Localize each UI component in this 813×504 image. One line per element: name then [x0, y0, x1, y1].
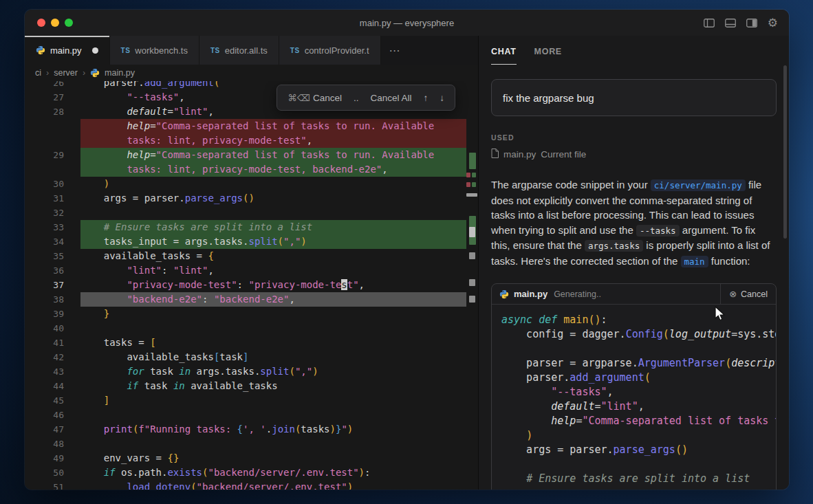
used-file-chip[interactable]: main.py Current file	[491, 149, 777, 160]
breadcrumb-item[interactable]: ci	[35, 68, 41, 78]
code-line[interactable]: "--tasks",	[501, 385, 776, 399]
line-number: 32	[25, 206, 80, 220]
more-dots[interactable]: ..	[354, 91, 359, 105]
editor-code: 26 parser.add_argument(27 "--tasks",28 d…	[25, 81, 478, 490]
code-line[interactable]: 50 if os.path.exists("backend/server/.en…	[25, 465, 478, 480]
code-line[interactable]: parser = argparse.ArgumentParser(descrip…	[501, 356, 776, 371]
code-editor[interactable]: 26 parser.add_argument(27 "--tasks",28 d…	[25, 81, 478, 490]
code-line[interactable]: 41 tasks = [	[25, 336, 478, 350]
cancel-all-button[interactable]: Cancel All	[370, 91, 411, 105]
line-number: 30	[25, 177, 80, 191]
ruler-mark	[469, 227, 475, 237]
tab-main.py[interactable]: main.py	[25, 36, 110, 65]
line-number: 36	[25, 263, 80, 278]
nav-down-button[interactable]: ↓	[440, 91, 444, 105]
chat-scrollbar-thumb[interactable]	[783, 65, 787, 239]
tab-label: controlProvider.t	[305, 45, 369, 56]
tab-label: workbench.ts	[135, 45, 188, 56]
code-line[interactable]: 33 # Ensure tasks are split into a list	[25, 220, 478, 234]
code-line[interactable]: config = dagger.Config(log_output=sys.st…	[501, 327, 776, 342]
line-number: 51	[25, 480, 80, 490]
chat-input[interactable]: fix the argparse bug	[491, 79, 777, 116]
message-text: function:	[708, 255, 750, 267]
close-window-button[interactable]	[37, 19, 45, 27]
code-line[interactable]: 51 load_dotenv("backend/server/.env.test…	[25, 480, 478, 490]
code-card-body: async def main(): config = dagger.Config…	[492, 305, 776, 490]
cancel-button[interactable]: ⌘⌫Cancel	[288, 91, 342, 105]
code-line[interactable]: 44 if task in available_tasks	[25, 379, 478, 393]
code-line[interactable]: 46	[25, 408, 478, 422]
used-label: USED	[491, 133, 777, 142]
code-line[interactable]: # Ensure tasks are split into a list	[501, 472, 776, 486]
ruler-mark	[466, 193, 477, 197]
code-line[interactable]: 36 "lint": "lint",	[25, 263, 478, 278]
file-link[interactable]: ci/server/main.py	[651, 179, 746, 191]
traffic-lights	[25, 19, 73, 27]
tab-more[interactable]: MORE	[534, 47, 562, 65]
code-line[interactable]: 32	[25, 206, 478, 220]
code-line[interactable]: 43 for task in args.tasks.split(",")	[25, 364, 478, 379]
typescript-icon: TS	[210, 47, 220, 54]
nav-up-button[interactable]: ↑	[424, 91, 429, 105]
tab-overflow-ellipsis[interactable]: ⋯	[381, 36, 410, 65]
zoom-window-button[interactable]	[65, 19, 73, 27]
tab-editor.all.ts[interactable]: TSeditor.all.ts	[199, 36, 279, 65]
code-line[interactable]: 30 )	[25, 177, 478, 191]
code-line[interactable]: 48	[25, 437, 478, 451]
tab-controlProvider.t[interactable]: TScontrolProvider.t	[279, 36, 381, 65]
line-number: 33	[25, 220, 80, 234]
code-line[interactable]: 34 tasks_input = args.tasks.split(",")	[25, 234, 478, 249]
code-line[interactable]	[501, 457, 776, 472]
breadcrumb-item[interactable]: server	[54, 68, 78, 78]
code-line[interactable]: async def main():	[501, 313, 776, 327]
code-line[interactable]: help="Comma-separated list of tasks to r…	[25, 119, 478, 133]
code-line[interactable]: )	[501, 428, 776, 443]
code-line[interactable]: 47 print(f"Running tasks: {', '.join(tas…	[25, 422, 478, 437]
ruler-mark	[469, 296, 475, 303]
tab-chat[interactable]: CHAT	[491, 47, 517, 65]
window-title: main.py — everysphere	[25, 18, 789, 28]
code-line[interactable]: 31 args = parser.parse_args()	[25, 191, 478, 206]
code-line[interactable]: args = parser.parse_args()	[501, 443, 776, 457]
code-card: main.py Generating.. ⊗ Cancel async def …	[491, 283, 777, 490]
line-number	[25, 133, 80, 148]
code-line[interactable]: 49 env_vars = {}	[25, 451, 478, 465]
line-number	[25, 162, 80, 177]
inline-code: --tasks	[636, 225, 680, 237]
line-number	[25, 119, 80, 133]
code-line[interactable]: tasks: lint, privacy-mode-test",	[25, 133, 478, 148]
code-line[interactable]: 35 available_tasks = {	[25, 249, 478, 263]
code-line[interactable]: 37 "privacy-mode-test": "privacy-mode-te…	[25, 278, 478, 292]
cancel-generation-button[interactable]: ⊗ Cancel	[720, 284, 776, 304]
breadcrumb-item[interactable]: main.py	[105, 68, 135, 78]
code-line[interactable]: help="Comma-separated list of tasks to	[501, 414, 776, 428]
minimize-window-button[interactable]	[51, 19, 59, 27]
overview-ruler[interactable]	[466, 81, 478, 490]
code-line[interactable]: 42 available_tasks[task]	[25, 350, 478, 364]
toggle-primary-sidebar-icon[interactable]	[704, 19, 715, 28]
code-line[interactable]: default="lint",	[501, 399, 776, 414]
toggle-secondary-sidebar-icon[interactable]	[746, 19, 757, 28]
line-number: 45	[25, 393, 80, 408]
editor-group: main.pyTSworkbench.tsTSeditor.all.tsTSco…	[25, 36, 478, 490]
diff-cancel-widget: ⌘⌫Cancel .. Cancel All ↑ ↓	[277, 85, 455, 111]
breadcrumb-separator: ›	[83, 68, 85, 78]
tab-workbench.ts[interactable]: TSworkbench.ts	[110, 36, 199, 65]
message-text: The argparse code snippet in your	[491, 179, 651, 190]
code-line[interactable]: 29 help="Comma-separated list of tasks t…	[25, 148, 478, 162]
settings-gear-icon[interactable]: ⚙	[768, 17, 778, 29]
code-line[interactable]: parser.add_argument(	[501, 371, 776, 385]
file-link[interactable]: main	[681, 256, 708, 267]
code-line[interactable]	[501, 342, 776, 356]
code-line[interactable]: 39 }	[25, 307, 478, 321]
ruler-mark	[472, 182, 476, 187]
dirty-indicator	[92, 47, 98, 54]
ruler-mark	[466, 182, 470, 187]
chat-panel: CHAT MORE fix the argparse bug USED main…	[478, 36, 789, 490]
code-line[interactable]: 45 ]	[25, 393, 478, 408]
toggle-panel-icon[interactable]	[725, 19, 736, 28]
code-line[interactable]: 38 "backend-e2e": "backend-e2e",	[25, 292, 478, 307]
line-number: 40	[25, 321, 80, 336]
code-line[interactable]: 40	[25, 321, 478, 336]
code-line[interactable]: tasks: lint, privacy-mode-test, backend-…	[25, 162, 478, 177]
